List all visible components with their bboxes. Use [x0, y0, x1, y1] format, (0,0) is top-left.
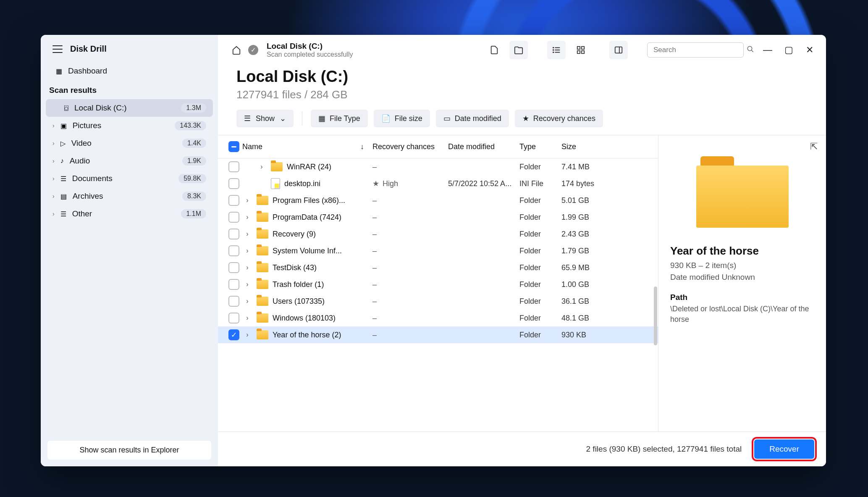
expand-icon[interactable]: ›	[242, 230, 252, 238]
panel-toggle-icon[interactable]	[609, 41, 628, 59]
folder-icon	[257, 213, 268, 222]
column-date[interactable]: Date modified	[448, 142, 519, 151]
breadcrumb-subtitle: Scan completed successfully	[267, 51, 353, 58]
hamburger-icon[interactable]	[52, 45, 63, 53]
filter-file-type[interactable]: ▦ File Type	[311, 110, 368, 127]
expand-icon[interactable]: ›	[242, 264, 252, 271]
row-checkbox[interactable]	[228, 262, 239, 273]
popout-icon[interactable]: ⇱	[810, 141, 818, 152]
table-row[interactable]: ›Windows (180103)–Folder48.1 GB	[218, 310, 658, 326]
file-size-label: File size	[395, 114, 422, 123]
table-row[interactable]: ›Recovery (9)–Folder2.43 GB	[218, 226, 658, 242]
expand-icon[interactable]: ›	[242, 314, 252, 322]
svg-rect-9	[582, 51, 584, 53]
sidebar-item-badge: 1.4K	[182, 139, 206, 148]
table-row[interactable]: ✓›Year of the horse (2)–Folder930 KB	[218, 326, 658, 343]
expand-icon[interactable]: ›	[242, 297, 252, 305]
sidebar-item-dashboard[interactable]: ▦ Dashboard	[46, 62, 213, 80]
table-row[interactable]: desktop.ini★High5/7/2022 10:52 A...INI F…	[218, 175, 658, 192]
table-row[interactable]: ›Users (107335)–Folder36.1 GB	[218, 293, 658, 310]
sidebar-item-local-disk-c-[interactable]: ⌼Local Disk (C:)1.3M	[46, 99, 213, 117]
row-checkbox[interactable]	[228, 178, 239, 189]
folder-icon[interactable]	[509, 41, 528, 59]
row-checkbox[interactable]	[228, 229, 239, 239]
expand-icon[interactable]: ›	[242, 197, 252, 204]
row-checkbox[interactable]	[228, 245, 239, 256]
close-button[interactable]: ✕	[804, 45, 815, 55]
file-type: Folder	[519, 163, 561, 171]
list-view-icon[interactable]	[547, 41, 566, 59]
path-value: \Deleted or lost\Local Disk (C)\Year of …	[670, 304, 814, 325]
row-checkbox[interactable]	[228, 195, 239, 206]
file-name: Trash folder (1)	[273, 280, 324, 289]
file-type: Folder	[519, 331, 561, 339]
file-size: 1.99 GB	[561, 213, 616, 222]
sidebar-item-badge: 59.8K	[178, 174, 206, 183]
sidebar-item-badge: 1.3M	[181, 103, 206, 113]
sidebar-item-other[interactable]: ›☰Other1.1M	[46, 205, 213, 223]
table-row[interactable]: ›System Volume Inf...–Folder1.79 GB	[218, 242, 658, 259]
search-input[interactable]	[647, 42, 744, 58]
expand-icon[interactable]: ›	[257, 163, 267, 171]
row-checkbox[interactable]	[228, 212, 239, 223]
row-checkbox[interactable]: ✓	[228, 329, 239, 340]
row-checkbox[interactable]	[228, 313, 239, 323]
main-panel: ✓ Local Disk (C:) Scan completed success…	[218, 35, 826, 466]
scrollbar[interactable]	[654, 287, 657, 345]
search-field[interactable]	[653, 46, 742, 54]
table-row[interactable]: ›TestDisk (43)–Folder65.9 MB	[218, 259, 658, 276]
filter-recovery-chances[interactable]: ★ Recovery chances	[515, 110, 603, 127]
category-icon: ▤	[60, 192, 67, 200]
sidebar-item-badge: 8.3K	[182, 192, 206, 201]
document-icon[interactable]	[485, 41, 503, 59]
breadcrumb: Local Disk (C:) Scan completed successfu…	[267, 42, 353, 58]
column-size[interactable]: Size	[561, 142, 616, 151]
row-checkbox[interactable]	[228, 296, 239, 307]
grid-view-icon[interactable]	[572, 41, 590, 59]
show-filter-button[interactable]: ☰ Show ⌄	[236, 110, 294, 127]
sidebar-item-audio[interactable]: ›♪Audio1.9K	[46, 152, 213, 170]
row-checkbox[interactable]	[228, 161, 239, 172]
sidebar-item-documents[interactable]: ›☰Documents59.8K	[46, 170, 213, 187]
recovery-chance: High	[383, 179, 398, 188]
folder-icon	[257, 263, 268, 272]
table-row[interactable]: ›ProgramData (7424)–Folder1.99 GB	[218, 209, 658, 226]
expand-icon[interactable]: ›	[242, 281, 252, 288]
column-name[interactable]: Name ↓	[242, 142, 372, 151]
sidebar-item-video[interactable]: ›▷Video1.4K	[46, 134, 213, 152]
file-name: desktop.ini	[284, 179, 320, 188]
column-type[interactable]: Type	[519, 142, 561, 151]
show-in-explorer-button[interactable]: Show scan results in Explorer	[47, 441, 211, 460]
file-name: System Volume Inf...	[273, 247, 342, 255]
recovery-chance: –	[372, 247, 377, 255]
expand-icon[interactable]: ›	[242, 213, 252, 221]
home-icon[interactable]	[231, 44, 242, 56]
row-checkbox[interactable]	[228, 279, 239, 290]
sidebar-item-pictures[interactable]: ›▣Pictures143.3K	[46, 117, 213, 134]
column-recovery[interactable]: Recovery chances	[372, 142, 448, 151]
table-row[interactable]: ›Trash folder (1)–Folder1.00 GB	[218, 276, 658, 293]
table-row[interactable]: ›Program Files (x86)...–Folder5.01 GB	[218, 192, 658, 209]
svg-rect-7	[582, 47, 584, 49]
expand-icon[interactable]: ›	[242, 331, 252, 339]
sidebar-item-label: Documents	[72, 174, 173, 183]
sidebar-item-label: Local Disk (C:)	[74, 103, 175, 113]
file-size: 5.01 GB	[561, 196, 616, 205]
file-size: 65.9 MB	[561, 263, 616, 272]
sidebar-item-archives[interactable]: ›▤Archives8.3K	[46, 187, 213, 205]
category-icon: ☰	[60, 210, 66, 218]
recover-button[interactable]: Recover	[754, 439, 814, 459]
table-row[interactable]: ›WinRAR (24)–Folder7.41 MB	[218, 158, 658, 175]
file-type: Folder	[519, 247, 561, 255]
minimize-button[interactable]: —	[762, 45, 773, 55]
select-all-checkbox[interactable]	[228, 141, 239, 152]
file-name: WinRAR (24)	[287, 163, 331, 171]
col-name-label: Name	[242, 142, 262, 151]
recovery-chance: –	[372, 297, 377, 306]
breadcrumb-title: Local Disk (C:)	[267, 42, 353, 51]
date-modified-label: Date modified	[455, 114, 501, 123]
filter-date-modified[interactable]: ▭ Date modified	[436, 110, 509, 127]
filter-file-size[interactable]: 📄 File size	[374, 110, 430, 127]
maximize-button[interactable]: ▢	[783, 45, 794, 55]
expand-icon[interactable]: ›	[242, 247, 252, 255]
